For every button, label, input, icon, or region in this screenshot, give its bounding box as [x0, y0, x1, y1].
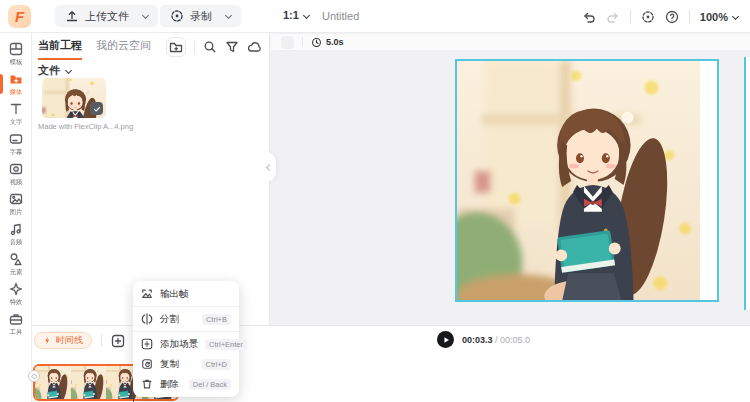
playback-controls: 00:03.3 / 00:05.0 — [437, 331, 530, 348]
sidebar-item-tools[interactable]: 工具 — [0, 309, 32, 339]
play-button[interactable] — [437, 331, 454, 348]
timecode: 00:03.3 / 00:05.0 — [462, 335, 530, 345]
disabled-transition-icon — [281, 36, 294, 49]
media-folder-icon — [9, 72, 23, 86]
context-menu: 输出帧 分割 Ctrl+B 添加场景 Ctrl+Enter 复制 Ctrl+D … — [133, 281, 239, 397]
timeline-mode-button[interactable]: 时间线 — [34, 332, 92, 349]
divider — [689, 10, 690, 24]
chevron-down-icon — [303, 11, 310, 18]
tools-icon — [9, 312, 23, 326]
filter-icon[interactable] — [225, 40, 239, 54]
anime-girl-image — [457, 61, 700, 300]
chevron-down-icon[interactable] — [142, 11, 149, 18]
clock-icon — [311, 37, 322, 48]
trash-icon — [141, 378, 153, 390]
upload-file-button[interactable]: 上传文件 — [55, 5, 158, 27]
menu-divider — [133, 306, 239, 307]
export-frame-icon — [141, 288, 153, 300]
app-logo[interactable]: F — [8, 5, 31, 28]
chevron-left-icon — [265, 163, 272, 170]
folder-plus-icon — [169, 40, 183, 54]
search-icon[interactable] — [203, 40, 217, 54]
zoom-level-selector[interactable]: 100% — [700, 11, 738, 23]
undo-icon[interactable] — [582, 10, 596, 24]
focus-record-icon[interactable] — [641, 10, 655, 24]
check-icon — [93, 105, 101, 113]
redo-icon[interactable] — [606, 10, 620, 24]
help-icon[interactable] — [665, 10, 679, 24]
text-icon — [9, 102, 23, 116]
chevron-down-icon — [732, 13, 739, 20]
subtitle-icon — [9, 132, 23, 146]
divider — [101, 334, 102, 347]
sidebar-item-text[interactable]: 文字 — [0, 99, 32, 129]
ratio-selector[interactable]: 1:1 — [283, 9, 309, 21]
tab-my-cloud[interactable]: 我的云空间 — [96, 38, 151, 60]
play-icon — [441, 335, 451, 345]
menu-item-split[interactable]: 分割 Ctrl+B — [133, 309, 239, 329]
menu-item-export-frame[interactable]: 输出帧 — [133, 284, 239, 304]
duplicate-icon — [141, 358, 153, 370]
files-dropdown[interactable]: 文件 — [38, 63, 71, 78]
panel-collapse-handle[interactable] — [262, 152, 276, 182]
scene-duration-button[interactable]: 5.0s — [311, 37, 344, 48]
bolt-icon — [43, 336, 52, 345]
sidebar-item-effects[interactable]: 特效 — [0, 279, 32, 309]
divider — [194, 41, 195, 54]
cloud-icon[interactable] — [247, 40, 261, 54]
record-button[interactable]: 录制 — [160, 5, 241, 27]
effects-icon — [9, 282, 23, 296]
audio-icon — [9, 222, 23, 236]
sidebar-item-elements[interactable]: 元素 — [0, 249, 32, 279]
add-scene-icon[interactable] — [111, 334, 125, 348]
record-icon — [170, 9, 184, 23]
elements-icon — [9, 252, 23, 266]
sidebar-item-video[interactable]: 视频 — [0, 159, 32, 189]
sidebar-item-audio[interactable]: 音频 — [0, 219, 32, 249]
divider — [630, 10, 631, 24]
scene-settings-bar: 5.0s — [271, 34, 750, 51]
template-icon — [9, 42, 23, 56]
menu-item-delete[interactable]: 删除 Del / Back — [133, 374, 239, 394]
sidebar-item-templates[interactable]: 模板 — [0, 39, 32, 69]
chevron-down-icon[interactable] — [225, 11, 232, 18]
transition-badge[interactable] — [28, 370, 40, 382]
selected-check-badge[interactable] — [90, 102, 103, 115]
menu-divider — [133, 331, 239, 332]
top-toolbar: F 上传文件 录制 1:1 Untitled 100% — [0, 0, 750, 33]
add-scene-icon — [141, 338, 153, 350]
photo-icon — [9, 192, 23, 206]
canvas-selected-element[interactable] — [455, 59, 719, 302]
project-title[interactable]: Untitled — [322, 10, 359, 22]
split-icon — [141, 313, 153, 325]
media-item-caption: Made with FlexClip A...4.png — [38, 122, 133, 131]
upload-icon — [65, 9, 79, 23]
video-icon — [9, 162, 23, 176]
sidebar-item-photos[interactable]: 图片 — [0, 189, 32, 219]
left-icon-rail: 模板 媒体 文字 字幕 视频 图片 音频 元素 特效 工具 — [0, 33, 32, 402]
menu-item-duplicate[interactable]: 复制 Ctrl+D — [133, 354, 239, 374]
chevron-down-icon — [65, 67, 72, 74]
sidebar-item-subtitles[interactable]: 字幕 — [0, 129, 32, 159]
sidebar-item-media[interactable]: 媒体 — [0, 69, 32, 99]
divider — [302, 37, 303, 47]
right-edge-panel — [744, 57, 750, 310]
tab-current-project[interactable]: 当前工程 — [38, 38, 82, 60]
new-folder-button[interactable] — [166, 37, 186, 57]
diamond-icon — [31, 373, 38, 380]
menu-item-add-scene[interactable]: 添加场景 Ctrl+Enter — [133, 334, 239, 354]
